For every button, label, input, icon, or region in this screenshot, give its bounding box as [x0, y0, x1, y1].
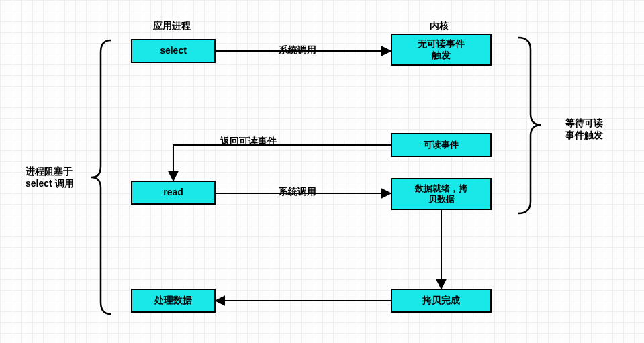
diagram-connectors [0, 0, 644, 343]
brace-left [91, 40, 111, 314]
brace-right [518, 38, 541, 213]
edge-readyevent-read [173, 145, 391, 181]
